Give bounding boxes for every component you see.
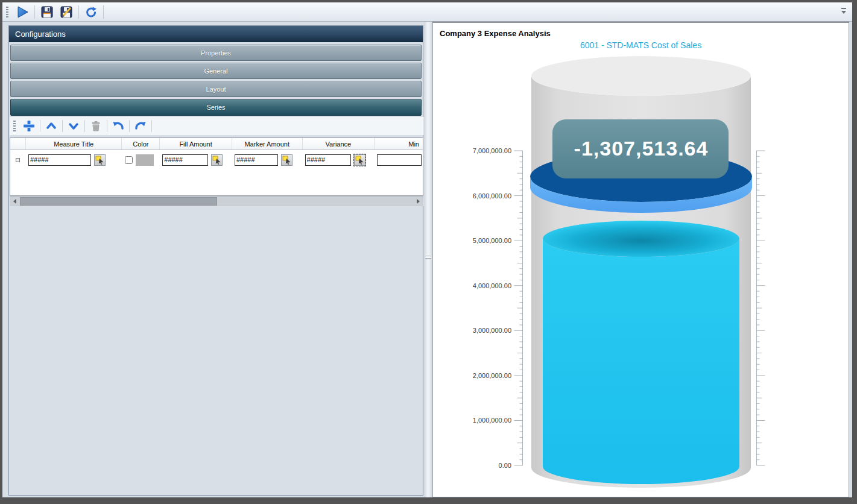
main-content: Configurations Properties General Layout… <box>2 22 852 497</box>
series-toolbar-grip[interactable] <box>13 121 16 131</box>
add-icon <box>22 119 36 133</box>
fill-amount-input[interactable] <box>162 154 208 166</box>
toolbar-separator <box>34 5 35 19</box>
color-swatch[interactable] <box>136 154 154 166</box>
table-row <box>10 150 423 169</box>
refresh-button[interactable] <box>83 4 99 20</box>
pane-splitter[interactable] <box>424 22 432 497</box>
gauge-value-label: -1,307,513.64 <box>530 136 753 160</box>
chart-panel: Company 3 Expense Analysis 6001 - STD-MA… <box>432 22 849 497</box>
field-picker-icon <box>212 156 221 165</box>
toolbar-separator <box>78 5 79 19</box>
series-toolbar-separator <box>40 120 40 132</box>
undo-button[interactable] <box>110 118 126 134</box>
cylinder-gauge <box>433 23 850 498</box>
scroll-left-button[interactable] <box>10 197 20 206</box>
overflow-bar <box>841 8 846 9</box>
series-toolbar-separator <box>84 120 85 132</box>
move-up-button[interactable] <box>43 118 59 134</box>
delete-icon <box>90 120 102 132</box>
scroll-right-icon <box>417 199 420 204</box>
undo-icon <box>112 119 125 133</box>
axis-tick-label: 5,000,000.00 <box>435 236 511 245</box>
run-button[interactable] <box>14 4 30 20</box>
horizontal-scrollbar[interactable] <box>10 196 423 206</box>
refresh-icon <box>85 6 97 18</box>
move-down-button[interactable] <box>66 118 81 134</box>
section-series[interactable]: Series <box>10 99 422 116</box>
marker-amount-picker-button[interactable] <box>281 154 293 166</box>
column-header-min[interactable]: Min <box>375 138 423 150</box>
field-picker-icon <box>355 156 364 165</box>
axis-tick-label: 4,000,000.00 <box>435 281 511 291</box>
field-picker-icon <box>282 156 291 165</box>
add-series-button[interactable] <box>21 118 37 134</box>
color-checkbox[interactable] <box>125 156 133 164</box>
save-button[interactable] <box>39 4 55 20</box>
gauge-fill-top <box>543 221 739 257</box>
axis-tick-label: 2,000,000.00 <box>435 371 511 380</box>
application-window: Configurations Properties General Layout… <box>0 0 857 504</box>
series-toolbar-separator <box>151 120 152 132</box>
marker-amount-input[interactable] <box>235 154 278 166</box>
toolbar-separator <box>103 5 104 19</box>
column-header-marker-amount[interactable]: Marker Amount <box>232 138 303 150</box>
variance-input[interactable] <box>305 154 351 166</box>
column-header-color[interactable]: Color <box>122 138 160 150</box>
axis-tick-label: 3,000,000.00 <box>435 326 511 335</box>
right-ruler <box>757 151 765 465</box>
min-input[interactable] <box>377 154 422 166</box>
delete-series-button[interactable] <box>88 118 104 134</box>
column-header-measure-title[interactable]: Measure Title <box>26 138 122 150</box>
move-up-icon <box>45 120 57 132</box>
scroll-right-button[interactable] <box>413 197 423 206</box>
series-toolbar-separator <box>129 120 130 132</box>
redo-icon <box>134 119 147 133</box>
scroll-left-icon <box>13 199 16 204</box>
measure-title-picker-button[interactable] <box>94 154 106 166</box>
section-general[interactable]: General <box>10 63 422 79</box>
scrollbar-thumb[interactable] <box>20 197 217 206</box>
variance-picker-button[interactable] <box>354 154 365 166</box>
axis-tick-label: 6,000,000.00 <box>435 191 511 201</box>
axis-tick-label: 0.00 <box>435 461 511 470</box>
splitter-grip <box>425 254 431 260</box>
column-header-selector <box>10 138 26 150</box>
measure-title-input[interactable] <box>28 154 91 166</box>
axis-tick-label: 7,000,000.00 <box>435 146 511 156</box>
run-icon <box>16 5 29 19</box>
left-ruler <box>514 151 523 465</box>
gauge-fill-body <box>543 239 739 484</box>
row-selector[interactable] <box>16 158 20 162</box>
toolbar-grip[interactable] <box>6 7 8 17</box>
series-toolbar <box>10 117 423 135</box>
save-icon <box>41 6 53 18</box>
column-header-variance[interactable]: Variance <box>303 138 375 150</box>
series-toolbar-separator <box>107 120 107 132</box>
configurations-panel: Configurations Properties General Layout… <box>8 25 423 496</box>
save-edit-icon <box>60 6 72 18</box>
redo-button[interactable] <box>133 118 148 134</box>
section-properties[interactable]: Properties <box>10 45 422 61</box>
toolbar-overflow-button[interactable] <box>840 8 847 16</box>
right-gap <box>849 22 852 497</box>
section-layout[interactable]: Layout <box>10 81 422 97</box>
save-edit-button[interactable] <box>59 4 74 20</box>
series-grid: Measure Title Color Fill Amount Marker A… <box>10 137 423 196</box>
move-down-icon <box>68 120 80 132</box>
window-frame <box>0 497 857 504</box>
chevron-down-icon <box>841 11 846 14</box>
grid-header: Measure Title Color Fill Amount Marker A… <box>10 138 423 150</box>
left-pane: Configurations Properties General Layout… <box>2 22 424 497</box>
column-header-fill-amount[interactable]: Fill Amount <box>160 138 232 150</box>
field-picker-icon <box>95 156 104 165</box>
series-toolbar-separator <box>62 120 63 132</box>
app-toolbar <box>2 2 852 22</box>
configurations-header[interactable]: Configurations <box>9 26 423 42</box>
gauge-cylinder-top <box>531 56 751 96</box>
fill-amount-picker-button[interactable] <box>211 154 223 166</box>
axis-tick-label: 1,000,000.00 <box>435 415 511 425</box>
